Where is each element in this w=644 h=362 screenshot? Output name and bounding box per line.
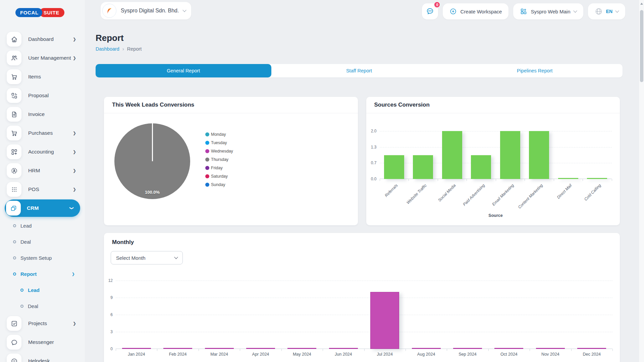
y-axis-tick-label: 1.3 xyxy=(371,145,377,149)
chevron-down-icon xyxy=(573,9,577,12)
scroll-up-arrow[interactable] xyxy=(640,3,643,5)
bar-oct-2024[interactable] xyxy=(494,348,523,349)
breadcrumb-dashboard-link[interactable]: Dashboard xyxy=(96,46,119,52)
chevron-right-icon: ❯ xyxy=(73,131,76,135)
pie-data-label: 100.0% xyxy=(114,190,190,195)
sidebar-item-label: Helpdesk xyxy=(28,358,76,362)
charts-row: This Week Leads Conversions 100.0% Monda… xyxy=(104,97,620,225)
create-workspace-button[interactable]: Create Workspace xyxy=(443,3,508,19)
x-axis-tick xyxy=(530,349,530,351)
sidebar-item-messenger[interactable]: Messenger xyxy=(0,333,85,352)
sidebar-subitem-report[interactable]: Report❯ xyxy=(0,266,85,282)
legend-item-wednesday[interactable]: Wednesday xyxy=(205,147,233,155)
x-axis-category-label: Feb 2024 xyxy=(169,352,187,357)
tab-pipelines-report[interactable]: Pipelines Report xyxy=(447,64,623,77)
legend-item-saturday[interactable]: Saturday xyxy=(205,172,233,180)
y-axis-tick-label: 0.0 xyxy=(371,177,377,181)
bullet-icon xyxy=(20,305,23,308)
sidebar-subsubitem-deal[interactable]: Deal xyxy=(0,298,85,314)
gridline xyxy=(116,298,612,298)
bar-nov-2024[interactable] xyxy=(536,348,565,349)
company-name: Syspro Digital Sdn. Bhd. xyxy=(121,8,179,14)
sidebar-subitem-lead[interactable]: Lead xyxy=(0,218,85,234)
x-axis-tick xyxy=(438,179,438,181)
create-workspace-label: Create Workspace xyxy=(460,9,502,14)
x-axis-tick xyxy=(281,349,282,351)
legend-item-sunday[interactable]: Sunday xyxy=(205,180,233,189)
legend-item-thursday[interactable]: Thursday xyxy=(205,155,233,164)
sidebar-item-projects[interactable]: Projects❯ xyxy=(0,314,85,333)
bar-content-marketing[interactable] xyxy=(529,131,549,179)
chat-button[interactable]: 0 xyxy=(422,3,438,19)
x-axis-category-label: Jul 2024 xyxy=(377,352,393,357)
invoice-icon xyxy=(7,107,21,122)
legend-label: Friday xyxy=(211,166,223,170)
sidebar-subsubitem-lead[interactable]: Lead xyxy=(0,282,85,298)
y-axis-tick-label: 12 xyxy=(108,278,113,283)
chevron-right-icon: ❯ xyxy=(73,149,76,154)
legend-item-monday[interactable]: Monday xyxy=(205,130,233,138)
legend-dot xyxy=(205,132,209,136)
bar-mar-2024[interactable] xyxy=(205,348,234,349)
workspace-selector[interactable]: Syspro Web Main xyxy=(513,3,583,19)
sidebar-item-hrm[interactable]: HRM❯ xyxy=(0,161,85,180)
home-icon xyxy=(7,32,21,47)
chevron-down-icon xyxy=(174,255,178,259)
bar-email-marketing[interactable] xyxy=(500,131,520,179)
bar-cold-calling[interactable] xyxy=(587,178,607,179)
x-axis-tick xyxy=(612,179,612,181)
sidebar-item-label: Projects xyxy=(28,320,73,326)
sidebar-item-pos[interactable]: POS❯ xyxy=(0,180,85,199)
bar-sep-2024[interactable] xyxy=(453,348,482,349)
cart-icon xyxy=(7,69,21,84)
sidebar-item-helpdesk[interactable]: Helpdesk xyxy=(0,352,85,362)
bar-jun-2024[interactable] xyxy=(329,348,358,349)
bar-referrals[interactable] xyxy=(384,155,404,179)
bar-jul-2024[interactable] xyxy=(370,292,399,349)
language-selector[interactable]: EN xyxy=(588,3,625,19)
x-axis-tick xyxy=(157,349,157,351)
x-axis-tick xyxy=(525,179,525,181)
sidebar-item-user-management[interactable]: User Management❯ xyxy=(0,49,85,67)
cart-icon xyxy=(7,126,21,140)
legend-item-friday[interactable]: Friday xyxy=(205,164,233,172)
chat-bubble-icon xyxy=(426,7,434,16)
sidebar-item-crm[interactable]: CRM❯ xyxy=(5,199,80,217)
bar-dec-2024[interactable] xyxy=(577,348,606,349)
x-axis-tick xyxy=(380,179,380,181)
sidebar-subitem-label: System Setup xyxy=(20,255,52,261)
sidebar-item-items[interactable]: Items xyxy=(0,67,85,86)
x-axis-category-label: Social Media xyxy=(437,183,457,202)
x-axis-tick xyxy=(583,179,583,181)
bar-paid-advertising[interactable] xyxy=(471,155,491,179)
sources-chart: 0.00.71.32.0ReferralsWebsite TrafficSoci… xyxy=(366,113,620,225)
vertical-scrollbar[interactable] xyxy=(639,0,644,362)
bar-direct-mail[interactable] xyxy=(558,178,578,179)
tab-general-report[interactable]: General Report xyxy=(96,64,271,77)
chevron-right-icon: ❯ xyxy=(73,321,76,326)
bar-website-traffic[interactable] xyxy=(413,155,433,179)
sidebar-item-accounting[interactable]: Accounting❯ xyxy=(0,142,85,161)
legend-label: Wednesday xyxy=(211,149,233,154)
bar-feb-2024[interactable] xyxy=(163,348,192,349)
sidebar-item-proposal[interactable]: Proposal xyxy=(0,86,85,105)
breadcrumb: Dashboard › Report xyxy=(96,46,623,52)
sidebar-subitem-system-setup[interactable]: System Setup xyxy=(0,250,85,266)
bar-apr-2024[interactable] xyxy=(246,348,275,349)
chevron-down-icon: ❯ xyxy=(69,206,74,210)
scrollbar-thumb[interactable] xyxy=(640,10,643,82)
tab-staff-report[interactable]: Staff Report xyxy=(271,64,447,77)
bar-social-media[interactable] xyxy=(442,131,462,179)
company-selector[interactable]: Syspro Digital Sdn. Bhd. xyxy=(101,2,191,19)
legend-item-tuesday[interactable]: Tuesday xyxy=(205,138,233,147)
pie-chart[interactable]: 100.0% xyxy=(114,123,190,199)
bar-may-2024[interactable] xyxy=(287,348,316,349)
sidebar-item-dashboard[interactable]: Dashboard❯ xyxy=(0,30,85,49)
bar-aug-2024[interactable] xyxy=(412,348,441,349)
users-icon xyxy=(7,51,21,65)
sidebar-item-purchases[interactable]: Purchases❯ xyxy=(0,124,85,142)
bar-jan-2024[interactable] xyxy=(122,348,151,349)
sidebar-item-invoice[interactable]: Invoice xyxy=(0,105,85,124)
sidebar-subitem-deal[interactable]: Deal xyxy=(0,234,85,250)
month-select[interactable]: Select Month xyxy=(111,251,183,264)
